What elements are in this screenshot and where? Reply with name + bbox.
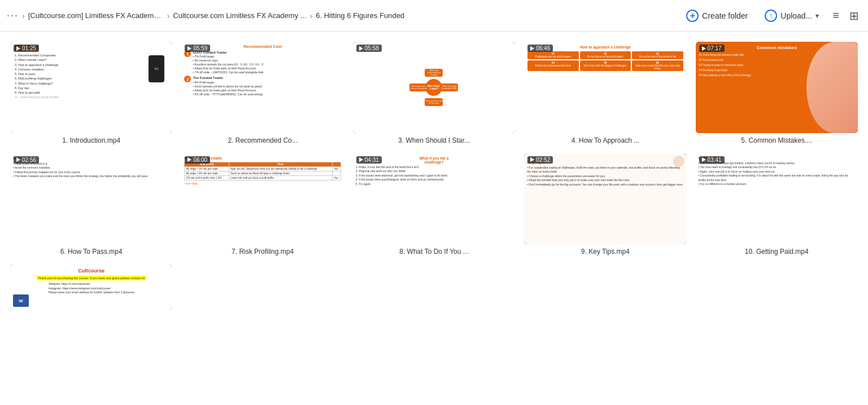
cultcourse-title: Cultcourse — [78, 268, 104, 274]
file-card-3[interactable]: 05:58 When should I start? When you unde… — [348, 37, 520, 149]
thumbnail-1: 01:25 Overview 1. Recommended Companies … — [10, 42, 172, 133]
thumbnail-2: 05:59 Recommended Com 1 GOAT Funded Trad… — [181, 42, 343, 133]
rec-box1: 1 GOAT Funded Trader • 7% Profit target.… — [184, 50, 341, 74]
duration-3: 05:58 — [365, 45, 379, 51]
risk-col-2: Pros — [229, 162, 332, 166]
upload-label: Upload... — [780, 11, 812, 20]
approach-cell-2: 02Do not focus on the profit target. — [580, 51, 631, 59]
risk-cell-3-2: Lower risk until you have a profit buffe… — [229, 175, 332, 180]
play-icon-7 — [187, 157, 191, 162]
risk-cell-1-1: My edge = 1% risk per trade — [185, 166, 229, 171]
plus-circle-icon: + — [686, 10, 699, 22]
bubble-2: When you have backtested (SW) — [440, 83, 458, 91]
approach-cell-6: 06Take every trade that fits your rules … — [632, 60, 683, 71]
file-label-10: 10. Getting Paid.mp4 — [696, 248, 858, 256]
approach-cell-4: 04Build a list of personal data first. — [527, 60, 578, 71]
create-folder-label: Create folder — [702, 11, 748, 20]
approach-cell-5: 05Don't start with the biggest challenge… — [580, 60, 631, 71]
file-grid: 01:25 Overview 1. Recommended Companies … — [0, 32, 868, 320]
duration-badge-4: 06:46 — [527, 45, 553, 52]
slide-cultcourse: Cultcourse Thank you for purchasing the … — [10, 265, 172, 310]
phone-graphic: FU — [149, 55, 164, 82]
file-card-6[interactable]: 02:56 How to pass • Have a plan and stic… — [6, 149, 177, 261]
upload-chevron-icon: ▾ — [815, 12, 819, 20]
slide-risk: Risk profiling challe Risk profile Pros … — [181, 153, 343, 245]
duration-7: 06:00 — [193, 157, 207, 163]
slide-intro-list: 1. Recommended Companies 2. When should … — [15, 53, 59, 100]
file-card-8[interactable]: 04:31 What if you fail achallenge? 1. Re… — [348, 149, 520, 261]
duration-badge-10: 03:41 — [699, 156, 725, 164]
create-folder-button[interactable]: + Create folder — [681, 6, 753, 25]
rec-text1: GOAT Funded Trader • 7% Profit target. •… — [193, 50, 264, 74]
duration-2: 05:59 — [193, 45, 207, 51]
slide-recommended: Recommended Com 1 GOAT Funded Trader • 7… — [181, 42, 343, 133]
slide-pass: How to pass • Have a plan and stick to i… — [10, 153, 172, 245]
duration-1: 01:25 — [22, 45, 36, 51]
file-label-1: 1. Introduction.mp4 — [10, 137, 172, 144]
paid-list: • Just because you have got funded, it d… — [699, 161, 855, 187]
file-card-5[interactable]: 07:17 Common mistakes 01 Over-flying the… — [691, 37, 862, 149]
slide-fail: What if you fail achallenge? 1. Relax, i… — [353, 153, 515, 245]
list-view-icon[interactable]: ≡ — [830, 7, 841, 24]
breadcrumb-current: 6. Hitting 6 Figures Funded — [316, 11, 404, 20]
duration-badge-3: 05:58 — [356, 45, 382, 52]
bubble-4: When you have shown consistency — [409, 83, 428, 91]
header-actions: + Create folder ↑ Upload... ▾ ≡ ⊞ — [681, 6, 861, 25]
duration-9: 02:52 — [536, 157, 550, 163]
rec-box2: 2 The Funded Trader • 8% Profit target. … — [184, 76, 341, 96]
breadcrumb-sep-0: › — [22, 11, 25, 20]
file-label-8: 8. What To Do If You ... — [353, 248, 515, 256]
menu-dots[interactable]: ··· — [7, 10, 19, 21]
play-icon-5 — [702, 46, 706, 51]
risk-cell-2-3 — [333, 171, 341, 175]
slide-mistakes: Common mistakes 01 Over-flying the funde… — [696, 42, 858, 133]
cultcourse-highlight: Thank you for purchasing the course. If … — [37, 276, 146, 280]
duration-badge-5: 07:17 — [699, 45, 725, 52]
file-label-5: 5. Common Mistakes.... — [696, 137, 858, 144]
file-card-9[interactable]: 02:52 TE Key Tips • For sustainable trad… — [520, 149, 691, 261]
play-icon-2 — [187, 46, 191, 51]
header: ··· › [Cultcourse.com] Limitless FX Acad… — [0, 0, 868, 32]
risk-cell-1-3: You — [333, 166, 341, 171]
word-doc-icon: W — [13, 294, 29, 307]
breadcrumb-item-1[interactable]: [Cultcourse.com] Limitless FX Academy ..… — [28, 11, 164, 20]
duration-badge-7: 06:00 — [185, 156, 210, 164]
file-card-1[interactable]: 01:25 Overview 1. Recommended Companies … — [6, 37, 177, 149]
mistakes-deco — [806, 42, 858, 133]
file-card-7[interactable]: 06:00 Risk profiling challe Risk profile… — [177, 149, 348, 261]
cultcourse-list: Telegram: https://t.me/cultcourse/ Insta… — [49, 282, 134, 295]
file-card-2[interactable]: 05:59 Recommended Com 1 GOAT Funded Trad… — [177, 37, 348, 149]
duration-badge-2: 05:59 — [185, 45, 210, 52]
risk-row-1: My edge = 1% risk per trade High not ris… — [185, 166, 341, 171]
risk-cell-2-1: My edge = 2% risk per trade — [185, 171, 229, 175]
approach-title: How to approach a challenge — [580, 45, 631, 49]
bubble-1: When you understand the strategy — [425, 69, 443, 77]
file-card-10[interactable]: 03:41 Getting paid • Just because you ha… — [691, 149, 862, 261]
thumbnail-9: 02:52 TE Key Tips • For sustainable trad… — [524, 153, 686, 245]
play-icon-8 — [359, 157, 363, 162]
thumbnail-6: 02:56 How to pass • Have a plan and stic… — [10, 153, 172, 245]
slide-approach: How to approach a challenge 01Challenges… — [524, 42, 686, 133]
rec-text2: The Funded Trader • 8% Profit target. • … — [193, 76, 263, 96]
approach-grid: 01Challenges are not profit targets. 02D… — [527, 51, 683, 71]
file-card-4[interactable]: 06:46 How to approach a challenge 01Chal… — [520, 37, 691, 149]
file-label-6: 6. How To Pass.mp4 — [10, 248, 172, 256]
duration-5: 07:17 — [708, 45, 722, 51]
risk-row-2: My edge = 2% risk per trade Same as abov… — [185, 171, 341, 175]
file-card-11[interactable]: Cultcourse Thank you for purchasing the … — [6, 260, 177, 314]
play-icon-1 — [16, 46, 20, 51]
duration-6: 02:56 — [22, 157, 36, 163]
thumbnail-8: 04:31 What if you fail achallenge? 1. Re… — [353, 153, 515, 245]
risk-cell-3-1: 1% risk until in profit, then 1.5% — [185, 175, 229, 180]
fail-list: 1. Relax, it may feel the end of the wor… — [356, 165, 512, 187]
duration-4: 06:46 — [536, 45, 550, 51]
breadcrumb-item-2[interactable]: Cultcourse.com Limitless FX Academy ... — [173, 11, 306, 20]
duration-8: 04:31 — [365, 157, 379, 163]
keytips-deco — [673, 156, 684, 167]
slide-keytips: TE Key Tips • For sustainable trading of… — [524, 153, 686, 245]
risk-cell-1-2: High not risk. Sequences show you are st… — [229, 166, 332, 171]
upload-circle-icon: ↑ — [765, 10, 777, 22]
slide-paid: Getting paid • Just because you have got… — [696, 153, 858, 245]
upload-button[interactable]: ↑ Upload... ▾ — [759, 6, 825, 25]
grid-view-icon[interactable]: ⊞ — [847, 7, 861, 25]
